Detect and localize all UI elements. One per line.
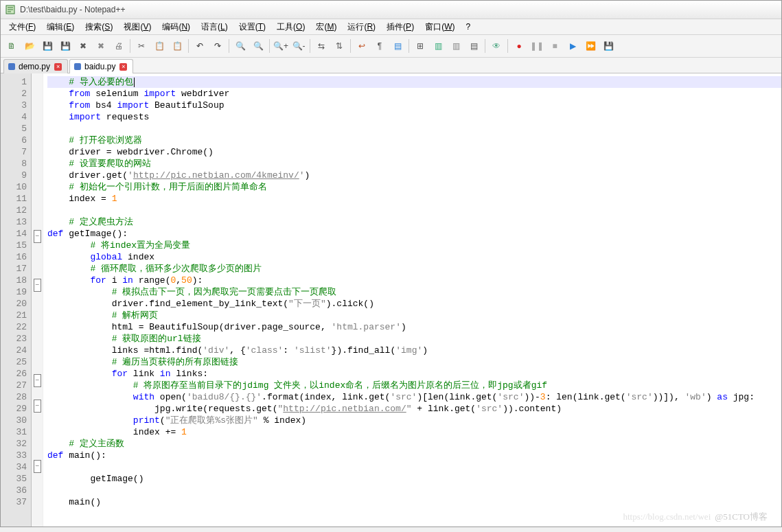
word-wrap-icon[interactable]: ↩ (354, 38, 370, 54)
paste-icon[interactable]: 📋 (169, 38, 185, 54)
menu-item-9[interactable]: 运行(R) (342, 20, 381, 34)
undo-icon[interactable]: ↶ (192, 38, 208, 54)
code-line[interactable]: html = BeautifulSoup(driver.page_source,… (47, 321, 781, 333)
menu-item-1[interactable]: 编辑(E) (41, 20, 80, 34)
code-line[interactable]: # 将index置为全局变量 (47, 240, 781, 251)
tab-close-icon[interactable]: × (54, 63, 62, 71)
playback-icon[interactable]: ▶ (564, 38, 581, 54)
code-line[interactable]: # 将原图存至当前目录下的jdimg 文件夹，以index命名，后缀名为图片原名… (47, 380, 781, 391)
redo-icon[interactable]: ↷ (209, 38, 226, 54)
folder-tree-icon[interactable]: ▤ (465, 38, 482, 54)
code-line[interactable]: # 循环爬取，循环多少次爬取多少页的图片 (47, 263, 781, 275)
tab-baidu-py[interactable]: baidu.py× (69, 59, 133, 73)
code-line[interactable]: # 初始化一个引用计数，用于后面的图片简单命名 (47, 181, 781, 193)
code-line[interactable]: from bs4 import BeautifulSoup (47, 100, 781, 111)
code-line[interactable]: driver.find_element_by_link_text("下一页").… (47, 298, 781, 310)
code-line[interactable]: # 打开谷歌浏览器 (47, 135, 781, 146)
tab-close-icon[interactable]: × (119, 63, 127, 71)
code-line[interactable]: # 遍历当页获得的所有原图链接 (47, 356, 781, 368)
code-line[interactable] (47, 123, 781, 135)
menu-item-8[interactable]: 宏(M) (310, 20, 342, 34)
code-line[interactable] (47, 485, 781, 496)
fold-column[interactable]: −−−−− (32, 73, 43, 527)
record-stop-icon[interactable]: ■ (547, 38, 563, 54)
menu-item-0[interactable]: 文件(F) (3, 20, 41, 34)
indent-guide-icon[interactable]: ▤ (389, 38, 406, 54)
menu-item-10[interactable]: 插件(P) (381, 20, 419, 34)
monitor-icon[interactable]: 👁 (488, 38, 505, 54)
code-area[interactable]: # 导入必要的包 from selenium import webdriver … (43, 73, 781, 527)
line-number: 24 (1, 345, 27, 356)
lang-icon[interactable]: ⊞ (412, 38, 428, 54)
menu-item-7[interactable]: 工具(O) (271, 20, 310, 34)
code-line[interactable]: getImage() (47, 473, 781, 485)
play-multi-icon[interactable]: ⏩ (582, 38, 599, 54)
new-file-icon[interactable]: 🗎 (3, 38, 20, 54)
cut-icon[interactable]: ✂ (133, 38, 150, 54)
line-number: 21 (1, 310, 27, 321)
code-line[interactable] (47, 461, 781, 473)
menu-item-4[interactable]: 编码(N) (157, 20, 196, 34)
code-line[interactable]: with open('baidu8/{}.{}'.format(index, l… (47, 391, 781, 403)
close-all-icon[interactable]: ✖ (93, 38, 109, 54)
open-file-icon[interactable]: 📂 (21, 38, 38, 54)
sync-v-icon[interactable]: ⇆ (313, 38, 330, 54)
code-line[interactable]: # 定义爬虫方法 (47, 216, 781, 228)
toolbar-separator (310, 39, 310, 53)
code-line[interactable] (47, 205, 781, 216)
menu-item-6[interactable]: 设置(T) (233, 20, 271, 34)
line-number-gutter: 1234567891011121314151617181920212223242… (1, 73, 32, 527)
menu-help[interactable]: ? (460, 21, 476, 33)
close-icon[interactable]: ✖ (75, 38, 91, 54)
code-line[interactable]: jpg.write(requests.get("http://pic.netbi… (47, 403, 781, 415)
code-line[interactable]: for link in links: (47, 368, 781, 380)
record-pause-icon[interactable]: ❚❚ (529, 38, 545, 54)
title-bar: D:\test\baidu.py - Notepad++ (1, 1, 781, 19)
code-line[interactable]: # 获取原图的url链接 (47, 333, 781, 345)
code-line[interactable]: # 解析网页 (47, 310, 781, 321)
code-line[interactable]: # 导入必要的包 (47, 76, 781, 88)
code-editor[interactable]: 1234567891011121314151617181920212223242… (1, 73, 781, 527)
menu-item-3[interactable]: 视图(V) (118, 20, 157, 34)
zoom-out-icon[interactable]: 🔍- (290, 38, 307, 54)
code-line[interactable]: driver = webdriver.Chrome() (47, 146, 781, 158)
code-line[interactable]: print("正在爬取第%s张图片" % index) (47, 415, 781, 426)
code-line[interactable]: # 定义主函数 (47, 438, 781, 450)
line-number: 8 (1, 158, 27, 170)
save-macro-icon[interactable]: 💾 (600, 38, 617, 54)
record-start-icon[interactable]: ● (511, 38, 527, 54)
code-line[interactable]: import requests (47, 111, 781, 123)
print-icon[interactable]: 🖨 (111, 38, 127, 54)
zoom-in-icon[interactable]: 🔍+ (273, 38, 289, 54)
save-icon[interactable]: 💾 (39, 38, 56, 54)
toolbar-separator (229, 39, 229, 53)
find-icon[interactable]: 🔍 (232, 38, 249, 54)
tab-label: demo.py (19, 62, 50, 71)
line-number: 9 (1, 170, 27, 181)
doc-map-icon[interactable]: ▥ (430, 38, 446, 54)
replace-icon[interactable]: 🔍 (250, 38, 266, 54)
copy-icon[interactable]: 📋 (151, 38, 168, 54)
code-line[interactable]: index += 1 (47, 426, 781, 438)
code-line[interactable]: def main(): (47, 450, 781, 461)
code-line[interactable]: def getImage(): (47, 228, 781, 240)
tab-demo-py[interactable]: demo.py× (3, 59, 68, 73)
code-line[interactable]: index = 1 (47, 193, 781, 205)
code-line[interactable]: # 模拟点击下一页，因为爬取完一页需要点击下一页爬取 (47, 286, 781, 298)
code-line[interactable]: links =html.find('div', {'class': 'slist… (47, 345, 781, 356)
code-line[interactable]: for i in range(0,50): (47, 275, 781, 286)
save-all-icon[interactable]: 💾 (57, 38, 73, 54)
sync-h-icon[interactable]: ⇅ (331, 38, 347, 54)
code-line[interactable]: # 设置要爬取的网站 (47, 158, 781, 170)
menu-item-5[interactable]: 语言(L) (196, 20, 233, 34)
toolbar-separator (350, 39, 351, 53)
line-number: 27 (1, 380, 27, 391)
all-chars-icon[interactable]: ¶ (371, 38, 388, 54)
code-line[interactable]: from selenium import webdriver (47, 88, 781, 100)
menu-item-2[interactable]: 搜索(S) (80, 20, 118, 34)
menu-item-11[interactable]: 窗口(W) (419, 20, 460, 34)
code-line[interactable]: driver.get('http://pic.netbian.com/4kmei… (47, 170, 781, 181)
code-line[interactable]: main() (47, 496, 781, 508)
func-list-icon[interactable]: ▥ (448, 38, 464, 54)
code-line[interactable]: global index (47, 251, 781, 263)
